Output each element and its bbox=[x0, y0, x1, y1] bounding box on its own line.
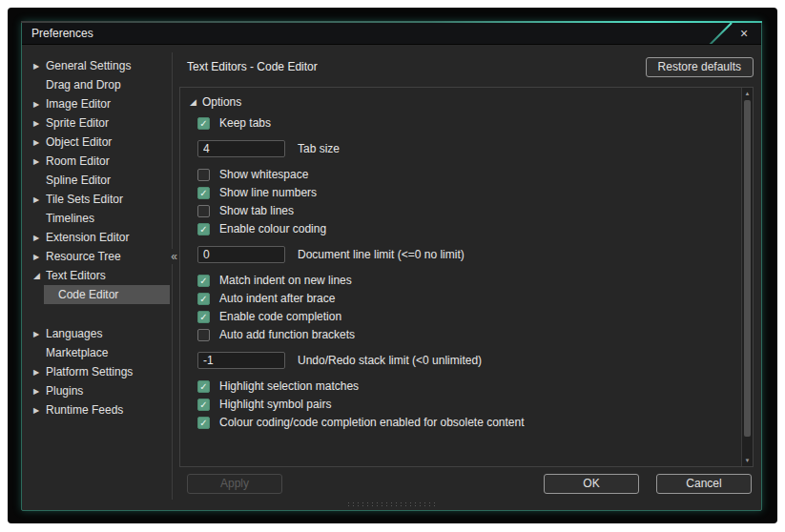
options-section-label: Options bbox=[202, 95, 241, 109]
tree-collapsed-icon[interactable]: ▶ bbox=[33, 387, 46, 396]
checkbox-enable-code-completion[interactable]: ✓ bbox=[197, 311, 210, 323]
sidebar-item-label: Image Editor bbox=[46, 97, 111, 111]
sidebar-item-spline-editor[interactable]: Spline Editor bbox=[31, 171, 170, 190]
option-label: Highlight selection matches bbox=[219, 379, 359, 393]
section-expanded-icon[interactable]: ◢ bbox=[190, 97, 196, 107]
option-row: Show whitespace bbox=[197, 167, 737, 182]
sidebar-item-label: Spline Editor bbox=[46, 174, 111, 187]
checkbox-auto-add-function-brackets[interactable] bbox=[197, 329, 210, 341]
sidebar-item-image-editor[interactable]: ▶Image Editor bbox=[31, 94, 170, 113]
sidebar-item-sprite-editor[interactable]: ▶Sprite Editor bbox=[31, 113, 170, 133]
sidebar: ▶General SettingsDrag and Drop▶Image Edi… bbox=[30, 52, 173, 500]
tree-collapsed-icon[interactable]: ▶ bbox=[33, 330, 46, 338]
options-rows: ✓Keep tabsTab sizeShow whitespace✓Show l… bbox=[190, 113, 737, 433]
restore-defaults-button[interactable]: Restore defaults bbox=[646, 57, 754, 77]
sidebar-item-plugins[interactable]: ▶Plugins bbox=[31, 381, 170, 400]
sidebar-item-marketplace[interactable]: Marketplace bbox=[31, 343, 170, 362]
vertical-scrollbar[interactable]: ▲ ▼ bbox=[741, 88, 753, 466]
sidebar-item-label: Languages bbox=[46, 327, 102, 340]
option-label: Undo/Redo stack limit (<0 unlimited) bbox=[298, 354, 482, 367]
sidebar-item-label: Extension Editor bbox=[46, 231, 129, 244]
tree-collapsed-icon[interactable]: ▶ bbox=[33, 138, 46, 147]
checkbox-match-indent-on-new-lines[interactable]: ✓ bbox=[197, 275, 210, 287]
screenshot-canvas: Preferences × ▶General SettingsDrag and … bbox=[0, 0, 785, 532]
option-row: Tab size bbox=[197, 140, 737, 157]
option-label: Enable colour coding bbox=[219, 222, 326, 235]
tree-collapsed-icon[interactable]: ▶ bbox=[33, 119, 46, 128]
sidebar-item-extension-editor[interactable]: ▶Extension Editor bbox=[31, 228, 170, 247]
sidebar-spacer bbox=[31, 304, 170, 324]
scrollbar-track[interactable] bbox=[742, 98, 753, 456]
option-label: Auto indent after brace bbox=[219, 292, 335, 305]
titlebar[interactable]: Preferences × bbox=[22, 22, 761, 45]
option-row: Document line limit (<=0 no limit) bbox=[197, 246, 737, 263]
input-document-line-limit-0-no-limit[interactable] bbox=[197, 246, 285, 263]
scroll-down-icon[interactable]: ▼ bbox=[745, 456, 751, 465]
apply-button[interactable]: Apply bbox=[187, 474, 282, 494]
option-label: Keep tabs bbox=[219, 116, 271, 130]
sidebar-item-platform-settings[interactable]: ▶Platform Settings bbox=[31, 362, 170, 381]
sidebar-item-object-editor[interactable]: ▶Object Editor bbox=[31, 133, 170, 152]
option-row: Auto add function brackets bbox=[197, 327, 737, 342]
scrollbar-thumb[interactable] bbox=[744, 100, 751, 437]
option-label: Show line numbers bbox=[219, 186, 317, 199]
checkbox-auto-indent-after-brace[interactable]: ✓ bbox=[197, 293, 210, 305]
sidebar-item-label: Code Editor bbox=[58, 288, 118, 301]
options-section-header[interactable]: ◢ Options bbox=[190, 93, 737, 111]
checkbox-show-whitespace[interactable] bbox=[197, 169, 210, 181]
option-label: Match indent on new lines bbox=[219, 274, 352, 287]
cancel-button[interactable]: Cancel bbox=[656, 474, 752, 494]
checkbox-highlight-selection-matches[interactable]: ✓ bbox=[197, 380, 210, 393]
option-label: Auto add function brackets bbox=[219, 328, 355, 341]
main-panel: Text Editors - Code Editor Restore defau… bbox=[179, 52, 754, 500]
option-row: ✓Highlight symbol pairs bbox=[197, 397, 737, 412]
sidebar-item-code-editor[interactable]: Code Editor bbox=[44, 285, 170, 304]
sidebar-collapse-icon[interactable]: « bbox=[169, 249, 179, 264]
close-icon[interactable]: × bbox=[733, 23, 755, 44]
sidebar-item-label: Object Editor bbox=[46, 135, 112, 149]
scroll-up-icon[interactable]: ▲ bbox=[745, 89, 751, 98]
tree-collapsed-icon[interactable]: ▶ bbox=[33, 62, 46, 71]
sidebar-item-timelines[interactable]: Timelines bbox=[31, 209, 170, 228]
option-label: Document line limit (<=0 no limit) bbox=[298, 248, 465, 261]
tree-collapsed-icon[interactable]: ▶ bbox=[33, 406, 46, 415]
tree-collapsed-icon[interactable]: ▶ bbox=[33, 195, 46, 204]
option-row: ✓Show line numbers bbox=[197, 185, 737, 200]
sidebar-item-general-settings[interactable]: ▶General Settings bbox=[31, 56, 170, 75]
sidebar-item-text-editors[interactable]: ◢Text Editors bbox=[31, 266, 170, 285]
tree-collapsed-icon[interactable]: ▶ bbox=[33, 234, 46, 242]
tree-collapsed-icon[interactable]: ▶ bbox=[33, 253, 46, 261]
checkbox-highlight-symbol-pairs[interactable]: ✓ bbox=[197, 399, 210, 411]
sidebar-item-label: General Settings bbox=[46, 59, 131, 72]
input-undo-redo-stack-limit-0-unlimited[interactable] bbox=[197, 352, 285, 369]
checkbox-enable-colour-coding[interactable]: ✓ bbox=[197, 223, 210, 235]
tree-collapsed-icon[interactable]: ▶ bbox=[33, 368, 46, 377]
ok-button[interactable]: OK bbox=[544, 474, 639, 494]
tree-collapsed-icon[interactable]: ▶ bbox=[33, 157, 46, 166]
sidebar-item-tile-sets-editor[interactable]: ▶Tile Sets Editor bbox=[31, 190, 170, 209]
option-label: Highlight symbol pairs bbox=[219, 398, 331, 411]
resize-grip[interactable] bbox=[30, 500, 754, 508]
input-tab-size[interactable] bbox=[197, 140, 285, 157]
tree-collapsed-icon[interactable]: ▶ bbox=[33, 100, 46, 109]
option-label: Show tab lines bbox=[219, 204, 294, 217]
checkbox-show-line-numbers[interactable]: ✓ bbox=[197, 187, 210, 199]
desktop-backdrop: Preferences × ▶General SettingsDrag and … bbox=[8, 8, 777, 523]
option-label: Enable code completion bbox=[219, 310, 341, 323]
sidebar-item-room-editor[interactable]: ▶Room Editor bbox=[31, 152, 170, 171]
option-row: ✓Keep tabs bbox=[197, 115, 737, 131]
sidebar-item-label: Text Editors bbox=[46, 269, 106, 282]
sidebar-item-label: Plugins bbox=[46, 384, 83, 398]
option-label: Colour coding/code completion enabled fo… bbox=[219, 416, 525, 429]
checkbox-show-tab-lines[interactable] bbox=[197, 205, 210, 217]
sidebar-item-runtime-feeds[interactable]: ▶Runtime Feeds bbox=[31, 400, 170, 419]
sidebar-item-label: Marketplace bbox=[46, 346, 108, 359]
sidebar-item-drag-and-drop[interactable]: Drag and Drop bbox=[31, 75, 170, 94]
sidebar-item-resource-tree[interactable]: ▶Resource Tree bbox=[31, 247, 170, 266]
sidebar-item-label: Resource Tree bbox=[46, 250, 121, 263]
sidebar-item-languages[interactable]: ▶Languages bbox=[31, 324, 170, 343]
tree-expanded-icon[interactable]: ◢ bbox=[33, 271, 46, 280]
titlebar-accent-slash bbox=[708, 22, 732, 45]
checkbox-keep-tabs[interactable]: ✓ bbox=[197, 117, 210, 130]
checkbox-colour-coding-code-completion-enabled-for-obsolete-content[interactable]: ✓ bbox=[197, 417, 210, 429]
